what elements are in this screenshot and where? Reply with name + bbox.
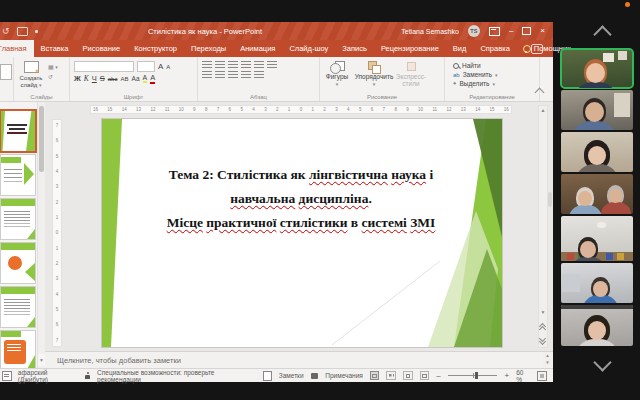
- comments-toggle[interactable]: Примечания: [325, 372, 363, 379]
- italic-button[interactable]: К: [84, 75, 89, 83]
- account-avatar[interactable]: TS: [468, 25, 480, 37]
- minimize-button[interactable]: –: [509, 27, 513, 35]
- ribbon-tab-11[interactable]: Справка: [473, 40, 516, 57]
- zoom-slider[interactable]: [448, 375, 498, 376]
- account-name[interactable]: Tetiana Semashko: [401, 28, 459, 35]
- slideshow-view-button[interactable]: [420, 371, 430, 380]
- v-ruler-tick: 4: [56, 292, 59, 297]
- ribbon-display-options-button[interactable]: [489, 27, 500, 36]
- editing-group-label: Редактирование: [445, 94, 539, 100]
- clear-formatting-icon[interactable]: abc: [108, 76, 118, 82]
- fit-to-window-button[interactable]: [537, 371, 547, 381]
- bold-button[interactable]: Ж: [74, 75, 81, 83]
- participant-video-2[interactable]: [561, 90, 633, 130]
- thumbnails-scrollbar[interactable]: ▼: [37, 102, 45, 368]
- find-button[interactable]: Найти: [453, 62, 539, 69]
- indent-decrease-icon[interactable]: [228, 61, 238, 69]
- font-color-icon[interactable]: А: [150, 74, 155, 84]
- panel-resize-handle[interactable]: [548, 192, 552, 207]
- participant-video-1[interactable]: [561, 49, 633, 88]
- spellcheck-icon[interactable]: [2, 371, 12, 381]
- participant-video-6[interactable]: [561, 263, 633, 303]
- participant-video-5[interactable]: [561, 216, 633, 261]
- reading-view-button[interactable]: [403, 371, 413, 380]
- next-slide-button[interactable]: [540, 336, 546, 342]
- zoom-level[interactable]: 60 %: [516, 369, 530, 383]
- zoom-out-button[interactable]: –: [436, 372, 440, 380]
- shrink-font-button[interactable]: А: [166, 64, 170, 70]
- select-button[interactable]: ⌖Выделить▾: [453, 80, 539, 87]
- slide-canvas[interactable]: Тема 2: Стилістика як лінгвістична наука…: [102, 119, 502, 347]
- character-spacing-icon[interactable]: АВ: [120, 76, 128, 82]
- ribbon-tab-7[interactable]: Слайд-шоу: [282, 40, 335, 57]
- new-slide-label-2: слайд: [21, 82, 38, 88]
- slide-title-text[interactable]: Тема 2: Стилістика як лінгвістична наука…: [114, 163, 488, 235]
- participants-collapse-chevron-icon[interactable]: [593, 25, 611, 43]
- comments-panel-icon[interactable]: [531, 44, 543, 54]
- previous-slide-button[interactable]: [540, 324, 546, 330]
- columns-icon[interactable]: [254, 71, 264, 79]
- ribbon-tab-10[interactable]: Вид: [446, 40, 474, 57]
- justify-icon[interactable]: [241, 71, 251, 79]
- close-button[interactable]: ×: [540, 27, 545, 35]
- paragraph-group-label: Абзац: [198, 94, 319, 100]
- notes-toggle[interactable]: Заметки: [279, 372, 304, 379]
- slide-sorter-view-button[interactable]: [386, 371, 396, 380]
- replace-button[interactable]: abЗаменить▾: [453, 71, 539, 78]
- slide-layout-icon[interactable]: ▦ ▾: [48, 63, 58, 70]
- h-ruler-tick: 6: [371, 107, 374, 112]
- text-direction-icon[interactable]: [267, 61, 277, 69]
- scroll-down-button[interactable]: ▼: [539, 308, 547, 317]
- font-name-input[interactable]: [74, 61, 134, 72]
- numbering-icon[interactable]: [215, 61, 225, 69]
- notes-pane[interactable]: Щелкните, чтобы добавить заметки ▲▼: [45, 351, 553, 368]
- font-size-input[interactable]: [137, 61, 155, 72]
- line-spacing-icon[interactable]: [254, 61, 264, 69]
- ribbon-tab-5[interactable]: Переходы: [184, 40, 233, 57]
- align-center-icon[interactable]: [215, 71, 225, 79]
- slide-thumbnail-6[interactable]: [1, 331, 35, 368]
- slide-thumbnail-2[interactable]: [1, 155, 35, 195]
- normal-view-button[interactable]: [370, 371, 380, 380]
- paste-icon[interactable]: [0, 64, 12, 80]
- highlight-color-icon[interactable]: А: [143, 74, 148, 83]
- ribbon-tab-1[interactable]: Главная: [0, 40, 34, 57]
- scroll-up-button[interactable]: ▲: [539, 106, 547, 115]
- undo-icon[interactable]: ↺: [2, 27, 10, 36]
- notes-scroll-buttons[interactable]: ▲▼: [543, 352, 552, 367]
- maximize-button[interactable]: [522, 27, 531, 35]
- thumbnails-scroll-down-button[interactable]: ▼: [38, 354, 45, 366]
- slide-thumbnail-4[interactable]: [1, 243, 35, 283]
- align-left-icon[interactable]: [202, 71, 212, 79]
- zoom-in-button[interactable]: +: [504, 372, 509, 380]
- slide-thumbnail-5[interactable]: [1, 287, 35, 327]
- grow-font-button[interactable]: А: [158, 63, 163, 71]
- ribbon-tab-8[interactable]: Запись: [335, 40, 374, 57]
- change-case-icon[interactable]: Аа: [131, 76, 139, 83]
- participant-video-3[interactable]: [561, 132, 633, 172]
- language-indicator[interactable]: афарский (Джибути): [18, 369, 78, 383]
- ribbon-tab-2[interactable]: Вставка: [34, 40, 76, 57]
- indent-increase-icon[interactable]: [241, 61, 251, 69]
- ribbon-tab-3[interactable]: Рисование: [75, 40, 127, 57]
- underline-button[interactable]: Ч: [92, 75, 97, 83]
- participant-video-7[interactable]: [561, 305, 633, 346]
- editor-scrollbar[interactable]: ▲ ▼: [538, 105, 548, 348]
- participants-more-chevron-icon[interactable]: [593, 353, 611, 371]
- person-body: [576, 164, 617, 173]
- align-right-icon[interactable]: [228, 71, 238, 79]
- ribbon-tab-9[interactable]: Рецензирование: [374, 40, 446, 57]
- slide-thumbnail-3[interactable]: [1, 199, 35, 239]
- strikethrough-button[interactable]: S: [100, 75, 105, 83]
- participant-video-4[interactable]: [561, 174, 633, 214]
- accessibility-status[interactable]: Специальные возможности: проверьте реком…: [97, 369, 257, 383]
- qat-customize-icon[interactable]: [35, 30, 38, 33]
- start-presentation-icon[interactable]: [17, 27, 28, 36]
- thumbnails-scrollbar-thumb[interactable]: [39, 106, 44, 172]
- bullets-icon[interactable]: [202, 61, 212, 69]
- zoom-slider-thumb[interactable]: [475, 372, 478, 379]
- ribbon-tab-6[interactable]: Анимация: [233, 40, 282, 57]
- reset-slide-icon[interactable]: ↺: [48, 73, 58, 80]
- slide-thumbnail-1[interactable]: [1, 111, 35, 151]
- ribbon-tab-4[interactable]: Конструктор: [127, 40, 184, 57]
